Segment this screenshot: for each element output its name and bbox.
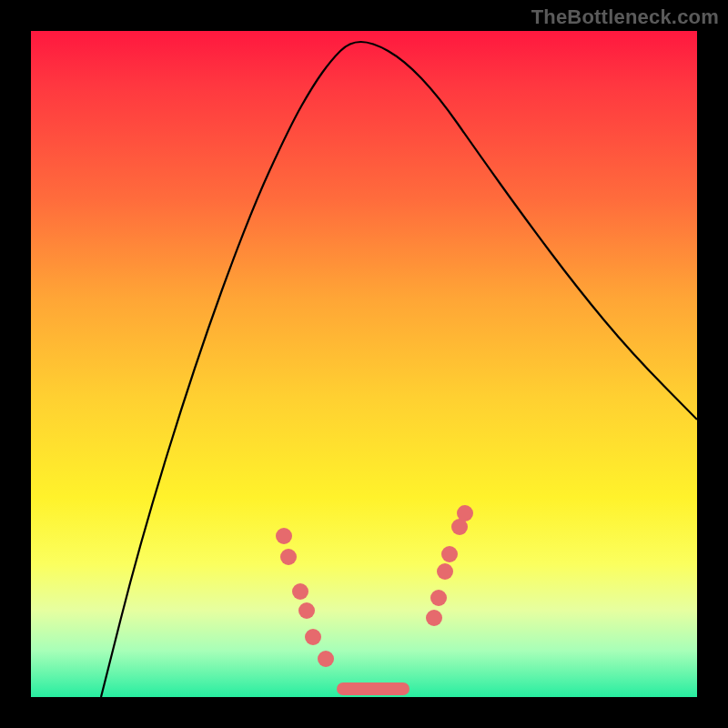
curve-marker [280, 549, 297, 565]
curve-marker [457, 505, 473, 521]
curve-marker [441, 546, 458, 562]
curve-marker [292, 583, 308, 600]
curve-minimum-marker [337, 682, 410, 695]
curve-marker [305, 629, 321, 645]
curve-marker [298, 602, 315, 619]
curve-marker [437, 563, 453, 580]
curve-marker [318, 651, 334, 667]
chart-plot-area [31, 31, 697, 697]
bottleneck-curve [31, 31, 697, 697]
curve-marker [276, 528, 292, 544]
curve-marker [426, 610, 442, 626]
curve-marker [430, 590, 447, 606]
watermark-text: TheBottleneck.com [531, 5, 719, 29]
